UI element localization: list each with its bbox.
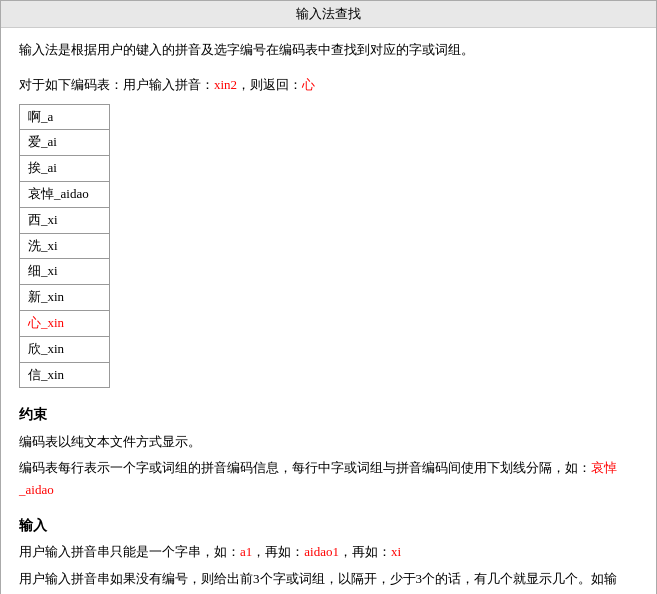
main-window: 输入法查找 输入法是根据用户的键入的拼音及选字编号在编码表中查找到对应的字或词组… [0,0,657,594]
table-row: 爱_ai [20,130,110,156]
table-row: 西_xi [20,207,110,233]
table-row: 挨_ai [20,156,110,182]
code-table: 啊_a爱_ai挨_ai哀悼_aidao西_xi洗_xi细_xi新_xin心_xi… [19,104,110,389]
input-ex1: a1 [240,544,252,559]
title-bar: 输入法查找 [1,1,656,28]
table-row: 洗_xi [20,233,110,259]
table-row: 欣_xin [20,336,110,362]
input-ex3: xi [391,544,401,559]
intro-text: 输入法是根据用户的键入的拼音及选字编号在编码表中查找到对应的字或词组。 [19,42,474,57]
example-separator: ，则返回： [237,77,302,92]
input-title: 输入 [19,515,638,537]
table-row: 心_xin [20,310,110,336]
input-line1: 用户输入拼音串只能是一个字串，如：a1，再如：aidao1，再如：xi [19,541,638,563]
table-row: 新_xin [20,285,110,311]
window-title: 输入法查找 [296,6,361,21]
input-line1-prefix: 用户输入拼音串只能是一个字串，如： [19,544,240,559]
table-row: 细_xi [20,259,110,285]
constraint-text: 编码表每行表示一个字或词组的拼音编码信息，每行中字或词组与拼音编码间使用下划线分… [19,460,591,475]
content-area: 输入法是根据用户的键入的拼音及选字编号在编码表中查找到对应的字或词组。 对于如下… [1,28,656,594]
table-row: 啊_a [20,104,110,130]
input-mid: ，再如： [252,544,304,559]
input-end: ，再如： [339,544,391,559]
example-line: 对于如下编码表：用户输入拼音：xin2，则返回：心 [19,75,638,96]
constraint-line2: 编码表每行表示一个字或词组的拼音编码信息，每行中字或词组与拼音编码间使用下划线分… [19,457,638,501]
input-line2: 用户输入拼音串如果没有编号，则给出前3个字或词组，以隔开，少于3个的话，有几个就… [19,568,638,594]
example-label: 对于如下编码表：用户输入拼音： [19,77,214,92]
input-ex2: aidao1 [304,544,339,559]
intro-paragraph: 输入法是根据用户的键入的拼音及选字编号在编码表中查找到对应的字或词组。 [19,40,638,61]
input-line2-prefix: 用户输入拼音串如果没有编号，则给出前3个字或词组，以隔开，少于3个的话，有几个就… [19,571,617,594]
table-row: 信_xin [20,362,110,388]
table-row: 哀悼_aidao [20,181,110,207]
example-result: 心 [302,77,315,92]
constraint-title: 约束 [19,404,638,426]
example-pinyin: xin2 [214,77,237,92]
constraint-line1: 编码表以纯文本文件方式显示。 [19,431,638,453]
